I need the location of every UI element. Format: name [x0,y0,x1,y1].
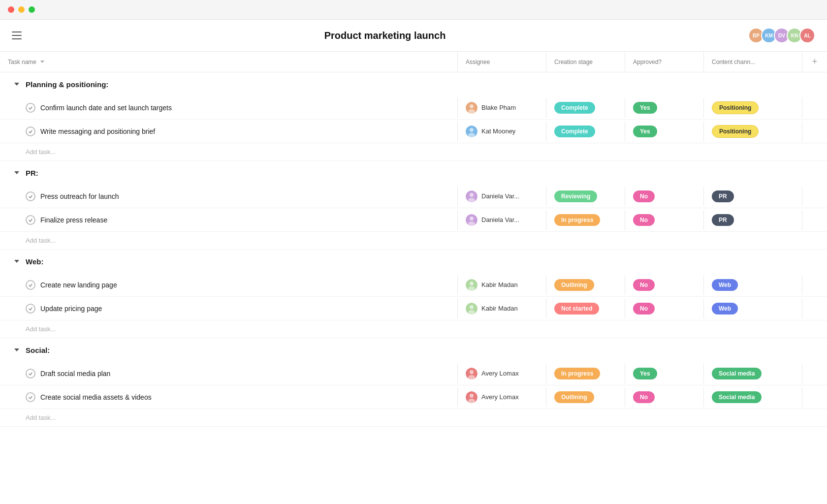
assignee-cell: Avery Lomax [458,387,546,407]
hamburger-menu[interactable] [12,32,22,39]
content-channel-badge[interactable]: Social media [712,391,762,403]
creation-stage-cell[interactable]: In progress [546,364,625,383]
task-name[interactable]: Press outreach for launch [40,192,119,200]
approved-cell[interactable]: No [625,210,704,230]
task-checkbox[interactable] [26,304,35,314]
content-channel-cell[interactable]: PR [704,187,802,206]
approved-cell[interactable]: Yes [625,364,704,383]
content-channel-badge[interactable]: PR [712,214,734,226]
task-checkbox[interactable] [26,126,35,136]
task-checkbox[interactable] [26,369,35,378]
creation-stage-badge[interactable]: Reviewing [554,190,597,202]
content-channel-cell[interactable]: Positioning [704,97,802,118]
assignee-name: Blake Pham [481,104,516,111]
task-row: Confirm launch date and set launch targe… [0,96,827,120]
app-header: Product marketing launch BP KM DV KN AL [0,20,827,52]
add-task-button[interactable]: Add task... [0,143,827,160]
creation-stage-cell[interactable]: Not started [546,299,625,318]
task-name[interactable]: Create new landing page [40,281,117,289]
approved-cell[interactable]: No [625,187,704,206]
task-name[interactable]: Finalize press release [40,216,107,224]
add-column-button[interactable]: + [802,52,827,72]
assignee-cell: Daniela Var... [458,187,546,206]
approved-cell[interactable]: No [625,275,704,295]
creation-stage-badge[interactable]: In progress [554,368,600,379]
close-button[interactable] [8,6,14,13]
creation-stage-badge[interactable]: Complete [554,126,595,137]
assignee-cell: Blake Pham [458,98,546,118]
creation-stage-badge[interactable]: Complete [554,102,595,114]
task-name-cell: Confirm launch date and set launch targe… [0,98,458,118]
section-header-planning[interactable]: Planning & positioning: [0,72,827,96]
content-channel-cell[interactable]: Social media [704,364,802,383]
creation-stage-badge[interactable]: Outlining [554,279,594,291]
approved-badge[interactable]: No [633,303,655,315]
section-title: Social: [26,346,50,354]
task-name[interactable]: Draft social media plan [40,370,110,378]
content-channel-cell[interactable]: Social media [704,387,802,407]
add-task-label: Add task... [26,414,56,421]
svg-point-16 [470,305,474,309]
section-header-pr[interactable]: PR: [0,161,827,185]
approved-cell[interactable]: Yes [625,98,704,118]
task-row: Write messaging and positioning brief Ka… [0,120,827,143]
content-channel-badge[interactable]: Positioning [712,125,759,138]
maximize-button[interactable] [29,6,35,13]
section-header-social[interactable]: Social: [0,338,827,362]
content-channel-cell[interactable]: Positioning [704,121,802,142]
creation-stage-cell[interactable]: Reviewing [546,187,625,206]
creation-stage-cell[interactable]: In progress [546,210,625,230]
table-header: Task name Assignee Creation stage Approv… [0,52,827,72]
approved-badge[interactable]: No [633,214,655,226]
content-channel-badge[interactable]: Web [712,303,738,315]
content-channel-badge[interactable]: PR [712,190,734,202]
section-header-web[interactable]: Web: [0,250,827,273]
task-name[interactable]: Write messaging and positioning brief [40,127,155,135]
creation-stage-badge[interactable]: In progress [554,214,600,226]
task-checkbox[interactable] [26,215,35,225]
content-channel-cell[interactable]: Web [704,275,802,295]
task-checkbox[interactable] [26,191,35,201]
minimize-button[interactable] [18,6,25,13]
task-name[interactable]: Update pricing page [40,305,102,313]
add-task-button[interactable]: Add task... [0,409,827,426]
content-channel-cell[interactable]: Web [704,299,802,318]
creation-stage-cell[interactable]: Outlining [546,387,625,407]
approved-badge[interactable]: No [633,391,655,403]
task-checkbox[interactable] [26,103,35,113]
approved-cell[interactable]: No [625,387,704,407]
assignee-cell: Kabir Madan [458,275,546,295]
content-channel-badge[interactable]: Social media [712,368,762,379]
section-toggle-icon[interactable] [12,79,22,89]
approved-cell[interactable]: Yes [625,122,704,141]
content-channel-cell[interactable]: PR [704,210,802,230]
task-row: Create new landing page Kabir Madan Outl… [0,273,827,297]
task-checkbox[interactable] [26,280,35,290]
content-channel-badge[interactable]: Positioning [712,101,759,114]
assignee-cell: Kabir Madan [458,299,546,318]
creation-stage-badge[interactable]: Outlining [554,391,594,403]
task-checkbox[interactable] [26,392,35,402]
content-channel-badge[interactable]: Web [712,279,738,291]
approved-badge[interactable]: No [633,190,655,202]
creation-stage-cell[interactable]: Complete [546,122,625,141]
assignee-name: Avery Lomax [481,393,519,401]
task-name[interactable]: Create social media assets & videos [40,393,152,401]
approved-badge[interactable]: Yes [633,102,657,114]
creation-stage-cell[interactable]: Complete [546,98,625,118]
approved-badge[interactable]: Yes [633,126,657,137]
approved-badge[interactable]: No [633,279,655,291]
add-task-button[interactable]: Add task... [0,320,827,338]
approved-badge[interactable]: Yes [633,368,657,379]
creation-stage-badge[interactable]: Not started [554,303,599,315]
creation-stage-cell[interactable]: Outlining [546,275,625,295]
approved-cell[interactable]: No [625,299,704,318]
section-title: Planning & positioning: [26,80,108,89]
task-name[interactable]: Confirm launch date and set launch targe… [40,104,172,112]
section-toggle-icon[interactable] [12,345,22,355]
section-toggle-icon[interactable] [12,168,22,178]
add-task-button[interactable]: Add task... [0,232,827,249]
svg-point-22 [470,394,474,398]
section-toggle-icon[interactable] [12,256,22,266]
col-task-name[interactable]: Task name [0,52,458,72]
